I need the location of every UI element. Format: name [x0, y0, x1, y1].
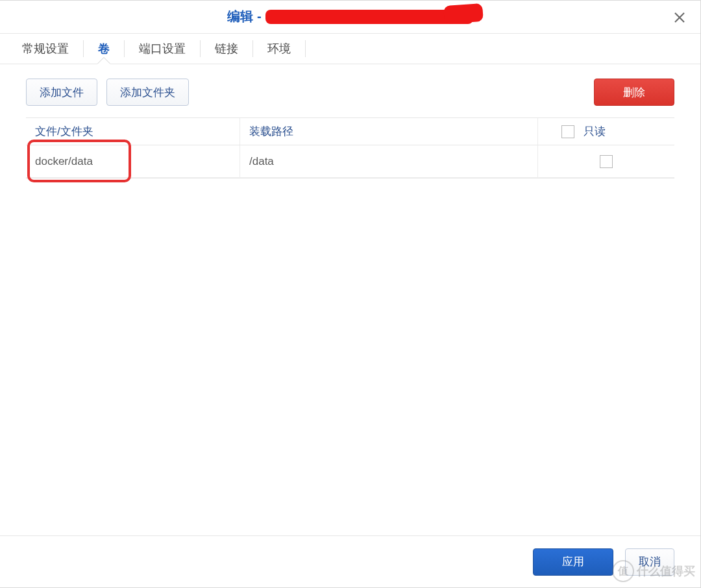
tab-label: 链接 — [215, 41, 238, 56]
col-header-file[interactable]: 文件/文件夹 — [26, 118, 240, 145]
tab-environment[interactable]: 环境 — [253, 34, 305, 64]
tab-label: 常规设置 — [22, 41, 69, 56]
col-header-readonly: 只读 — [538, 118, 674, 145]
add-folder-button[interactable]: 添加文件夹 — [106, 79, 189, 106]
cell-readonly — [538, 145, 674, 177]
delete-button[interactable]: 删除 — [594, 79, 674, 106]
toolbar: 添加文件 添加文件夹 删除 — [0, 64, 700, 117]
add-file-button[interactable]: 添加文件 — [26, 79, 97, 106]
tab-volume[interactable]: 卷 — [84, 34, 124, 64]
title-bar: 编辑 - — [0, 1, 700, 33]
readonly-header-checkbox[interactable] — [561, 125, 574, 138]
tab-general[interactable]: 常规设置 — [8, 34, 83, 64]
redacted-title-portion — [265, 10, 473, 24]
tab-separator — [305, 40, 306, 57]
dialog-title: 编辑 - — [227, 8, 261, 25]
table-row[interactable]: docker/data /data — [26, 145, 674, 178]
apply-button[interactable]: 应用 — [533, 548, 613, 576]
tab-label: 端口设置 — [139, 41, 186, 56]
dialog-footer: 应用 取消 — [0, 535, 700, 587]
close-icon — [673, 11, 686, 24]
tab-bar: 常规设置 卷 端口设置 链接 环境 — [0, 33, 700, 64]
cancel-button[interactable]: 取消 — [625, 548, 674, 576]
edit-dialog: 编辑 - 常规设置 卷 端口设置 链接 环境 添加文件 添加文件夹 删除 文件/… — [0, 0, 701, 588]
table-header: 文件/文件夹 装载路径 只读 — [26, 118, 674, 145]
tab-port[interactable]: 端口设置 — [125, 34, 200, 64]
col-header-readonly-label: 只读 — [584, 124, 606, 139]
close-button[interactable] — [670, 8, 689, 27]
col-header-mount[interactable]: 装载路径 — [240, 118, 538, 145]
cell-file: docker/data — [26, 145, 240, 177]
cell-mount: /data — [240, 145, 538, 177]
readonly-checkbox[interactable] — [600, 155, 613, 168]
tab-label: 卷 — [98, 41, 110, 56]
volume-table: 文件/文件夹 装载路径 只读 docker/data /data — [26, 117, 674, 178]
tab-label: 环境 — [267, 41, 291, 56]
tab-links[interactable]: 链接 — [201, 34, 252, 64]
